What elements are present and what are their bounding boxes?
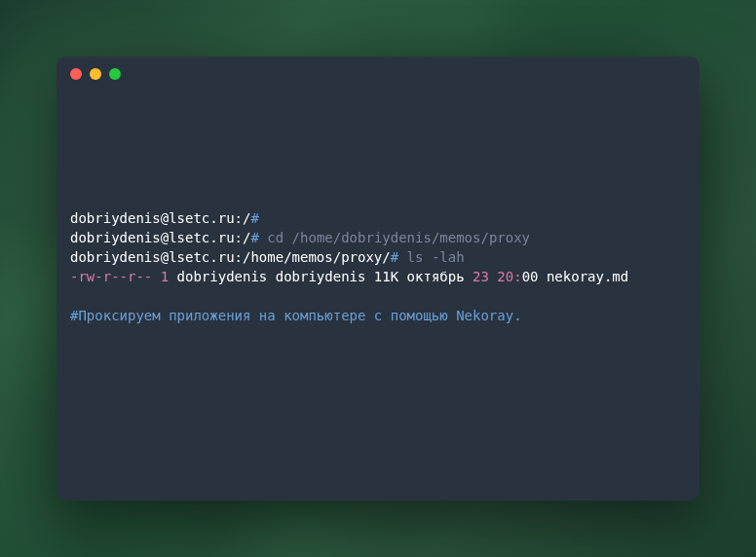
markdown-heading: #Проксируем приложения на компьютере с п… [70,308,522,323]
file-name: nekoray.md [538,269,628,284]
command-text: ls -lah [398,249,464,265]
terminal-output[interactable]: dobriydenis@lsetc.ru:/# dobriydenis@lset… [57,92,699,339]
window-titlebar [57,56,699,92]
close-icon[interactable] [70,68,82,80]
terminal-window[interactable]: dobriydenis@lsetc.ru:/# dobriydenis@lset… [57,56,699,501]
file-day: 23 [472,269,489,284]
minimize-icon[interactable] [90,68,101,80]
file-hour: 20 [497,269,513,284]
file-permissions: -rw-r--r-- [70,269,152,284]
prompt-hash: # [250,230,258,245]
time-colon: : [513,269,521,284]
prompt-user: dobriydenis@lsetc.ru:/ [70,230,250,245]
prompt-hash: # [391,249,398,265]
maximize-icon[interactable] [109,68,121,80]
file-owner-size: dobriydenis dobriydenis 11K октябрь [169,269,472,284]
file-links: 1 [152,269,169,284]
file-minute: 00 [522,269,539,284]
prompt-hash: # [250,210,258,226]
prompt-user: dobriydenis@lsetc.ru:/home/memos/proxy/ [70,249,391,265]
command-text: cd /home/dobriydenis/memos/proxy [259,230,530,245]
prompt-user: dobriydenis@lsetc.ru:/ [70,210,250,226]
